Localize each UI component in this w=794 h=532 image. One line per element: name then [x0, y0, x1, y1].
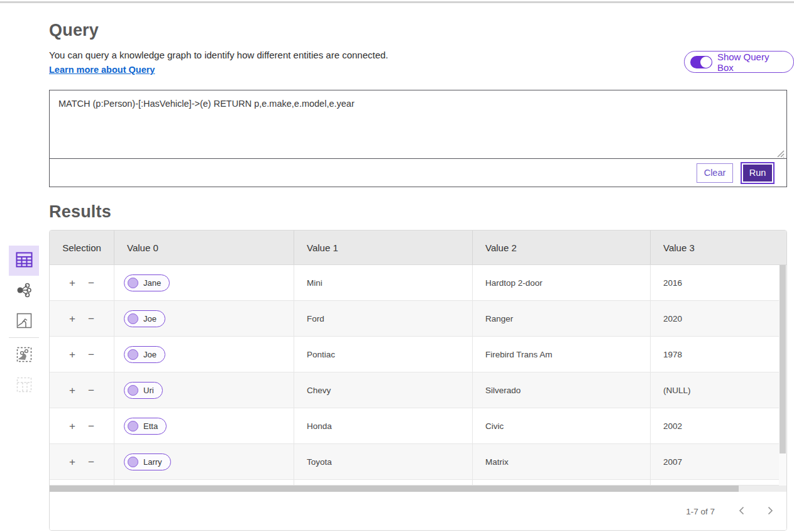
query-input[interactable]: MATCH (p:Person)-[:HasVehicle]->(e) RETU… [50, 90, 786, 158]
pagination-bar: 1-7 of 7 [50, 492, 786, 531]
node-icon [128, 385, 138, 396]
table-header-row: Selection Value 0 Value 1 Value 2 Value … [50, 231, 786, 265]
remove-selection-button[interactable]: − [87, 384, 96, 397]
remove-selection-button[interactable]: − [87, 312, 96, 325]
query-button-row: Clear Run [50, 159, 786, 187]
value0-cell: Larry [114, 444, 294, 479]
sidebar-item-graph-view[interactable] [9, 276, 39, 307]
matrix-view-icon [16, 377, 32, 395]
column-header-value2: Value 2 [473, 231, 651, 264]
selection-cell: + − [50, 408, 114, 443]
table-row: + − Joe Ford Ranger 2020 [50, 301, 786, 337]
column-header-value0: Value 0 [114, 231, 294, 264]
selection-cell: + − [50, 444, 114, 479]
add-selection-button[interactable]: + [68, 420, 77, 433]
horizontal-scrollbar[interactable] [50, 486, 786, 492]
table-row: + − Larry Toyota Matrix 2007 [50, 444, 786, 480]
value2-cell: Hardtop 2-door [473, 265, 651, 300]
node-pill[interactable]: Uri [124, 382, 163, 399]
node-icon [128, 278, 138, 288]
table-row: + − Jane Mini Hardtop 2-door 2016 [50, 265, 786, 301]
value3-cell: 2002 [651, 408, 786, 443]
value3-cell: 2016 [651, 265, 786, 300]
add-selection-button[interactable]: + [68, 312, 77, 325]
vertical-scrollbar-thumb[interactable] [780, 265, 786, 453]
vertical-scrollbar[interactable] [779, 265, 786, 486]
node-pill[interactable]: Joe [124, 346, 165, 363]
value3-cell: 1978 [651, 337, 786, 372]
results-title: Results [49, 202, 111, 222]
node-label: Larry [143, 457, 162, 467]
remove-selection-button[interactable]: − [87, 276, 96, 290]
node-label: Joe [143, 350, 157, 359]
value1-cell: Ford [294, 301, 473, 336]
value1-cell: Honda [294, 408, 473, 443]
clear-button[interactable]: Clear [697, 163, 733, 183]
value0-cell: Jane [114, 265, 294, 300]
page-title: Query [49, 21, 99, 40]
node-label: Etta [143, 421, 158, 431]
run-button[interactable]: Run [742, 163, 773, 183]
selection-cell: + − [50, 372, 114, 408]
value1-cell: Pontiac [294, 337, 473, 372]
results-table-card: Selection Value 0 Value 1 Value 2 Value … [49, 230, 787, 531]
node-icon [128, 349, 138, 360]
node-label: Jane [143, 278, 161, 288]
sidebar-item-map-view[interactable] [9, 307, 39, 337]
toggle-knob [700, 57, 712, 68]
node-icon [128, 421, 138, 432]
node-icon [128, 457, 138, 467]
horizontal-scrollbar-thumb[interactable] [50, 486, 739, 492]
table-row: + − Uri Chevy Silverado (NULL) [50, 372, 786, 408]
table-body: + − Jane Mini Hardtop 2-door 2016 + − Jo… [50, 265, 786, 486]
value2-cell: Firebird Trans Am [473, 337, 651, 372]
value2-cell: Civic [473, 408, 651, 443]
node-label: Joe [143, 314, 157, 323]
node-pill[interactable]: Etta [124, 418, 167, 435]
show-query-box-toggle[interactable]: Show Query Box [684, 51, 794, 73]
page-description: You can query a knowledge graph to ident… [49, 50, 389, 60]
remove-selection-button[interactable]: − [87, 348, 96, 361]
add-selection-button[interactable]: + [68, 348, 77, 361]
sidebar-item-table-view[interactable] [9, 246, 39, 276]
top-divider [0, 1, 794, 3]
map-graph-view-icon [16, 347, 32, 365]
node-pill[interactable]: Larry [124, 453, 171, 470]
sidebar-divider [9, 337, 39, 338]
add-selection-button[interactable]: + [68, 276, 77, 290]
value2-cell: Matrix [473, 444, 651, 479]
value1-cell: Chevy [294, 372, 473, 408]
table-row-partial [50, 480, 786, 486]
table-row: + − Etta Honda Civic 2002 [50, 408, 786, 444]
previous-page-button[interactable] [734, 504, 749, 519]
sidebar-item-map-graph-view[interactable] [9, 340, 39, 371]
selection-cell: + − [50, 301, 114, 336]
value3-cell: (NULL) [651, 372, 786, 408]
value0-cell: Etta [114, 408, 294, 443]
learn-more-link[interactable]: Learn more about Query [49, 65, 155, 75]
value3-cell: 2020 [651, 301, 786, 336]
value0-cell: Joe [114, 301, 294, 336]
column-header-selection: Selection [50, 231, 114, 264]
add-selection-button[interactable]: + [68, 455, 77, 469]
toggle-label: Show Query Box [717, 52, 784, 73]
node-pill[interactable]: Jane [124, 274, 170, 291]
next-page-button[interactable] [763, 504, 778, 519]
node-icon [128, 313, 138, 324]
value3-cell: 2007 [651, 444, 786, 479]
selection-cell: + − [50, 265, 114, 300]
value1-cell: Toyota [294, 444, 473, 479]
graph-view-icon [16, 283, 32, 300]
remove-selection-button[interactable]: − [87, 420, 96, 433]
table-row: + − Joe Pontiac Firebird Trans Am 1978 [50, 337, 786, 372]
add-selection-button[interactable]: + [68, 384, 77, 397]
chevron-right-icon [768, 506, 773, 517]
value1-cell: Mini [294, 265, 473, 300]
column-header-value3: Value 3 [651, 231, 786, 264]
chevron-left-icon [739, 506, 744, 517]
node-label: Uri [143, 386, 154, 395]
sidebar-item-matrix-view-disabled [9, 371, 39, 401]
remove-selection-button[interactable]: − [87, 455, 96, 469]
node-pill[interactable]: Joe [124, 310, 165, 327]
map-view-icon [16, 313, 32, 331]
